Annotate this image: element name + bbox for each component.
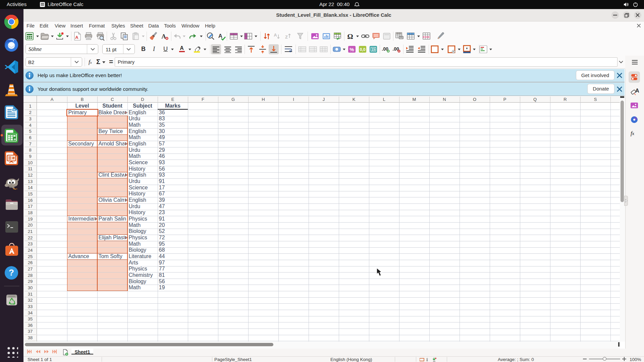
svg-text:?: ? [9, 267, 14, 278]
svg-text:A: A [75, 35, 78, 40]
svg-text:0,0: 0,0 [360, 47, 366, 52]
svg-text:A: A [161, 33, 166, 40]
svg-text:A: A [218, 33, 222, 39]
svg-text:15: 15 [371, 48, 375, 51]
svg-text:A: A [635, 88, 639, 94]
svg-text:Z: Z [285, 35, 288, 40]
svg-text:Ω: Ω [347, 32, 353, 41]
svg-text:A: A [180, 45, 184, 51]
svg-text:%: % [350, 47, 354, 52]
svg-text:A: A [274, 33, 277, 38]
svg-text:I: I [426, 358, 428, 361]
